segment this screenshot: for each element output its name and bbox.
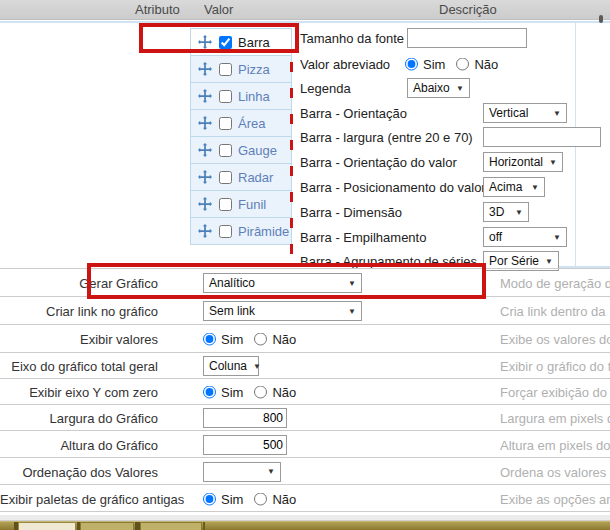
exibir-valores-nao-radio[interactable] — [254, 333, 267, 346]
chart-type-list: Barra Pizza Linha Área Gauge Radar — [190, 28, 292, 245]
paletas-sim-radio[interactable] — [203, 492, 216, 505]
move-icon[interactable] — [198, 143, 212, 157]
eixo-total-geral-value: Coluna — [209, 359, 247, 373]
orientacao-value: Vertical — [489, 106, 528, 120]
radio-label-sim[interactable]: Sim — [221, 385, 243, 400]
chart-type-label[interactable]: Pirâmide — [238, 224, 289, 239]
paletas-nao-radio[interactable] — [254, 492, 267, 505]
largura-grafico-input[interactable] — [203, 408, 287, 428]
bar-tab — [18, 522, 76, 530]
field-label-posicionamento-valor: Barra - Posicionamento do valor — [300, 180, 486, 195]
header-valor: Valor — [204, 2, 233, 17]
orientacao-valor-select[interactable]: Horizontal▼ — [483, 152, 563, 172]
chart-type-checkbox[interactable] — [219, 63, 232, 76]
chart-type-checkbox[interactable] — [219, 225, 232, 238]
bar-tab — [80, 522, 134, 530]
chart-type-label[interactable]: Pizza — [238, 62, 270, 77]
row-eixo-total-geral: Eixo do gráfico total geral Coluna▼ Exib… — [0, 352, 610, 379]
chart-type-label[interactable]: Radar — [238, 170, 273, 185]
exibir-valores-sim-radio[interactable] — [203, 333, 216, 346]
chart-type-checkbox[interactable] — [219, 198, 232, 211]
row-description: Forçar exibição do — [500, 385, 607, 400]
dropdown-arrow-icon: ▼ — [515, 208, 523, 217]
dropdown-arrow-icon: ▼ — [553, 233, 561, 242]
altura-grafico-input[interactable] — [203, 435, 287, 455]
row-description: Exibir o gráfico do t — [500, 359, 610, 374]
attribute-editor-panel: Atributo Valor Descrição Barra Pizza Lin… — [0, 0, 610, 530]
chart-type-row-pizza[interactable]: Pizza — [191, 55, 291, 82]
empilhamento-value: off — [489, 230, 502, 244]
move-icon[interactable] — [198, 62, 212, 76]
chart-type-label[interactable]: Gauge — [238, 143, 277, 158]
radio-label-nao[interactable]: Não — [272, 332, 296, 347]
legenda-select[interactable]: Abaixo▼ — [407, 78, 470, 98]
chart-type-row-linha[interactable]: Linha — [191, 82, 291, 109]
red-annotation-tick — [290, 218, 293, 228]
chart-type-checkbox[interactable] — [219, 171, 232, 184]
chart-type-label[interactable]: Funil — [238, 197, 266, 212]
dimensao-select[interactable]: 3D▼ — [483, 202, 529, 222]
field-label-dimensao: Barra - Dimensão — [300, 205, 402, 220]
row-largura-grafico: Largura do Gráfico Largura em pixels d — [0, 404, 610, 431]
row-label: Criar link no gráfico — [0, 304, 158, 319]
move-icon[interactable] — [198, 197, 212, 211]
posicionamento-valor-value: Acima — [489, 180, 522, 194]
ordenacao-valores-select[interactable]: ▼ — [203, 462, 281, 482]
dropdown-arrow-icon: ▼ — [553, 109, 561, 118]
row-criar-link: Criar link no gráfico Sem link▼ Cria lin… — [0, 296, 610, 325]
row-eixo-y-zero: Exibir eixo Y com zero Sim Não Forçar ex… — [0, 378, 610, 405]
table-header: Atributo Valor Descrição — [0, 0, 610, 20]
chart-type-row-piramide[interactable]: Pirâmide — [191, 217, 291, 244]
posicionamento-valor-select[interactable]: Acima▼ — [483, 177, 545, 197]
empilhamento-select[interactable]: off▼ — [483, 227, 567, 247]
radio-label-nao[interactable]: Não — [474, 57, 498, 72]
row-label: Exibir paletas de gráfico antigas — [0, 491, 158, 506]
move-icon[interactable] — [198, 116, 212, 130]
radio-label-sim[interactable]: Sim — [423, 57, 445, 72]
dropdown-arrow-icon: ▼ — [549, 158, 557, 167]
dimensao-value: 3D — [489, 205, 504, 219]
row-description: Ordena os valores — [500, 464, 606, 479]
radio-label-sim[interactable]: Sim — [221, 491, 243, 506]
chart-type-row-radar[interactable]: Radar — [191, 163, 291, 190]
red-highlight-barra — [139, 23, 299, 53]
row-altura-grafico: Altura do Gráfico Altura em pixels do — [0, 430, 610, 458]
move-icon[interactable] — [198, 89, 212, 103]
tamanho-fonte-input[interactable] — [407, 28, 527, 48]
legenda-value: Abaixo — [413, 81, 450, 95]
red-highlight-gerar-grafico — [87, 263, 486, 299]
row-description: Exibe os valores do — [500, 332, 610, 347]
valor-abreviado-nao-radio[interactable] — [456, 58, 469, 71]
chart-type-label[interactable]: Linha — [238, 89, 270, 104]
chart-type-checkbox[interactable] — [219, 144, 232, 157]
eixo-y-zero-sim-radio[interactable] — [203, 386, 216, 399]
agrupamento-series-value: Por Série — [489, 254, 539, 268]
chart-type-checkbox[interactable] — [219, 117, 232, 130]
chart-type-row-funil[interactable]: Funil — [191, 190, 291, 217]
chart-type-checkbox[interactable] — [219, 90, 232, 103]
row-description: Exibe as opções an — [500, 491, 610, 506]
criar-link-select[interactable]: Sem link▼ — [203, 301, 362, 321]
radio-label-sim[interactable]: Sim — [221, 332, 243, 347]
orientacao-valor-value: Horizontal — [489, 155, 543, 169]
largura-barra-input[interactable] — [483, 127, 601, 147]
radio-label-nao[interactable]: Não — [272, 491, 296, 506]
chart-type-label[interactable]: Área — [238, 116, 265, 131]
move-icon[interactable] — [198, 170, 212, 184]
orientacao-select[interactable]: Vertical▼ — [483, 103, 567, 123]
row-description: Altura em pixels do — [500, 437, 610, 452]
row-exibir-valores: Exibir valores Sim Não Exibe os valores … — [0, 324, 610, 353]
background-window-bar — [0, 521, 610, 530]
radio-label-nao[interactable]: Não — [272, 385, 296, 400]
move-icon[interactable] — [198, 224, 212, 238]
row-label: Largura do Gráfico — [0, 411, 158, 426]
field-label-orientacao-valor: Barra - Orientação do valor — [300, 155, 457, 170]
row-paletas-antigas: Exibir paletas de gráfico antigas Sim Nã… — [0, 484, 610, 512]
eixo-total-geral-select[interactable]: Coluna▼ — [203, 356, 259, 376]
eixo-y-zero-nao-radio[interactable] — [254, 386, 267, 399]
chart-type-row-gauge[interactable]: Gauge — [191, 136, 291, 163]
chart-type-row-area[interactable]: Área — [191, 109, 291, 136]
red-annotation-tick — [290, 244, 293, 254]
valor-abreviado-sim-radio[interactable] — [405, 58, 418, 71]
red-annotation-tick — [290, 114, 293, 124]
